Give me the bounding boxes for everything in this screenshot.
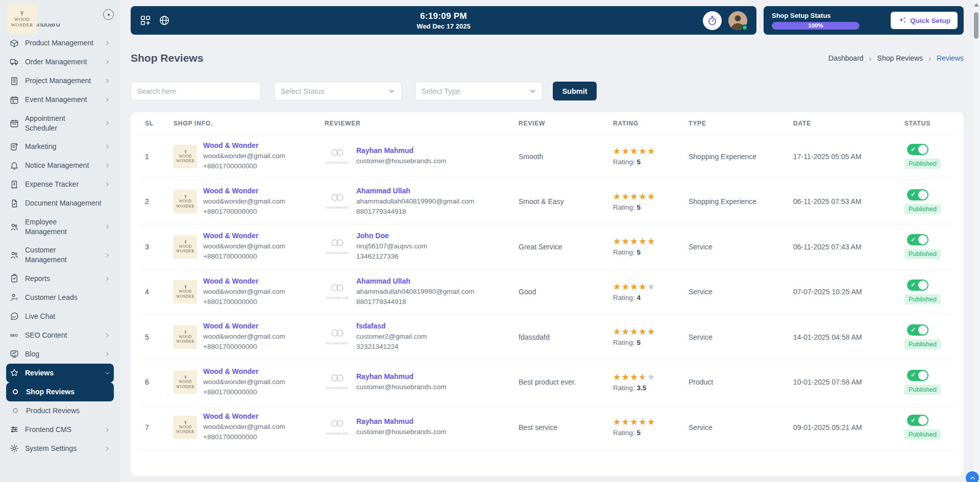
cms-icon [9, 425, 19, 435]
setup-progress-block: Shop Setup Status 100% [772, 12, 885, 30]
sidebar-item-label: Reviews [25, 368, 98, 378]
shop-name-link[interactable]: Wood & Wonder [203, 367, 285, 375]
reviewer-name-link[interactable]: Rayhan Mahmud [356, 146, 447, 155]
appointment-icon [9, 118, 19, 128]
sidebar-item-shop-reviews[interactable]: Shop Reviews [6, 383, 114, 401]
status-cell: ✓ Published [904, 234, 949, 259]
status-cell: ✓ Published [904, 370, 949, 395]
sidebar-collapse-button[interactable] [103, 9, 114, 20]
sidebar-item-document-management[interactable]: Document Management [6, 194, 114, 213]
scroll-top-button[interactable] [966, 471, 979, 482]
publish-toggle[interactable]: ✓ [907, 144, 928, 155]
shop-name-link[interactable]: Wood & Wonder [203, 322, 285, 330]
sidebar-item-system-settings[interactable]: System Settings [6, 439, 114, 458]
reviewer-email: riroj56107@aupvs.com [356, 241, 427, 251]
shop-logo: WOOD WONDER [174, 190, 197, 213]
sidebar-item-seo-content[interactable]: SEOSEO Content [6, 326, 114, 345]
sidebar-item-order-management[interactable]: Order Management [6, 53, 114, 71]
clock-time: 6:19:09 PM [416, 11, 470, 21]
shop-email: wood&wonder@gmail.com [203, 241, 285, 251]
scroll-up-arrow-icon[interactable] [974, 3, 979, 7]
sidebar-item-appointment-scheduler[interactable]: Appointment Scheduler [6, 109, 114, 137]
star-rating-icon: ★★★★★★★★★★ [613, 327, 656, 336]
submit-button[interactable]: Submit [553, 82, 597, 100]
reviewer-name-link[interactable]: John Doe [356, 232, 427, 240]
chevron-right-icon [104, 223, 111, 230]
shop-name-link[interactable]: Wood & Wonder [203, 141, 285, 149]
reviewer-name-link[interactable]: Rayhan Mahmud [356, 372, 447, 380]
review-type: Service [689, 288, 713, 296]
sidebar-item-live-chat[interactable]: Live Chat [6, 307, 114, 326]
shop-name-link[interactable]: Wood & Wonder [203, 232, 285, 240]
user-avatar[interactable] [728, 11, 747, 30]
apps-grid-icon[interactable] [140, 15, 151, 26]
publish-toggle[interactable]: ✓ [907, 370, 928, 381]
reviewer-email: customer@housebrands.com [356, 156, 447, 166]
status-select[interactable]: Select Status [274, 82, 402, 100]
reviewer-name-link[interactable]: Ahammad Ullah [356, 187, 474, 195]
publish-toggle[interactable]: ✓ [907, 280, 928, 291]
shop-name-link[interactable]: Wood & Wonder [203, 277, 285, 285]
sidebar-item-label: Event Management [25, 95, 98, 105]
shop-name-link[interactable]: Wood & Wonder [203, 412, 285, 420]
breadcrumb-shop-reviews[interactable]: Shop Reviews [877, 54, 923, 62]
sidebar-item-notice-management[interactable]: Notice Management [6, 156, 114, 175]
sidebar-item-customer-leads[interactable]: ?Customer Leads [6, 288, 114, 307]
chevron-right-icon [104, 59, 111, 65]
rating-cell: ★★★★★★★★★★ Rating: 4 [613, 283, 680, 301]
sidebar-item-product-reviews[interactable]: Product Reviews [6, 401, 114, 420]
quick-setup-button[interactable]: Quick Setup [891, 12, 958, 29]
sidebar-item-label: Employee Management [25, 217, 98, 236]
sidebar-item-event-management[interactable]: Event Management [6, 90, 114, 109]
star-rating-icon: ★★★★★★★★★★ [613, 192, 656, 201]
sidebar-item-employee-management[interactable]: Employee Management [6, 213, 114, 241]
publish-toggle[interactable]: ✓ [907, 189, 928, 200]
sidebar-item-reviews[interactable]: Reviews [6, 364, 114, 383]
rating-label: Rating: 5 [613, 339, 680, 346]
search-input[interactable] [131, 82, 261, 100]
check-icon: ✓ [911, 417, 916, 424]
shop-email: wood&wonder@gmail.com [203, 287, 285, 297]
column-header-type: TYPE [684, 112, 789, 134]
reviewer-email: customer2@gmail.com [356, 332, 427, 342]
publish-toggle[interactable]: ✓ [907, 415, 928, 426]
breadcrumb: Dashboard › Shop Reviews › Reviews [828, 54, 964, 63]
sidebar-item-label: Product Reviews [26, 406, 111, 416]
reviewer-name-link[interactable]: Ahammad Ullah [356, 277, 474, 285]
clock: 6:19:09 PM Wed Dec 17 2025 [416, 11, 470, 30]
review-text: Great Service [519, 243, 562, 251]
vertical-scrollbar[interactable] [972, 0, 980, 482]
bullet [10, 387, 20, 397]
reviewer-name-link[interactable]: Rayhan Mahmud [356, 417, 447, 425]
shop-logo: WOOD WONDER [174, 416, 197, 439]
chevron-right-icon [104, 351, 111, 358]
publish-toggle[interactable]: ✓ [907, 324, 928, 336]
chevron-right-icon [104, 78, 111, 84]
sidebar-item-product-management[interactable]: Product Management [6, 34, 114, 53]
app: WOOD WONDER DashboardProduct ManagementO… [0, 0, 980, 482]
sidebar-item-frontend-cms[interactable]: Frontend CMS [6, 420, 114, 439]
sidebar-item-blog[interactable]: Blog [6, 345, 114, 364]
infinity-logo-icon [329, 373, 346, 383]
scrollbar-thumb[interactable] [974, 12, 978, 39]
sidebar-item-customer-management[interactable]: Customer Management [6, 241, 114, 269]
sidebar-item-reports[interactable]: Reports [6, 269, 114, 288]
shop-logo: WOOD WONDER [174, 325, 197, 349]
sidebar-item-marketing[interactable]: Marketing [6, 137, 114, 156]
publish-toggle[interactable]: ✓ [907, 234, 928, 245]
rating-cell: ★★★★★★★★★★ Rating: 5 [613, 418, 680, 437]
type-select[interactable]: Select Type [415, 82, 543, 100]
globe-icon[interactable] [159, 15, 170, 26]
chevron-right-icon [104, 162, 111, 169]
shop-phone: +8801700000000 [203, 251, 285, 262]
reviewer-name-link[interactable]: fsdafasd [356, 322, 427, 330]
shop-name-link[interactable]: Wood & Wonder [203, 187, 285, 195]
sidebar-item-project-management[interactable]: Project Management [6, 71, 114, 90]
check-icon: ✓ [911, 326, 916, 334]
shop-email: wood&wonder@gmail.com [203, 151, 285, 161]
review-date: 06-11-2025 07:53 AM [793, 197, 862, 206]
check-icon: ✓ [911, 191, 916, 198]
sidebar-item-expense-tracker[interactable]: Expense Tracker [6, 175, 114, 194]
timer-icon[interactable] [703, 11, 722, 30]
breadcrumb-dashboard[interactable]: Dashboard [828, 54, 864, 62]
